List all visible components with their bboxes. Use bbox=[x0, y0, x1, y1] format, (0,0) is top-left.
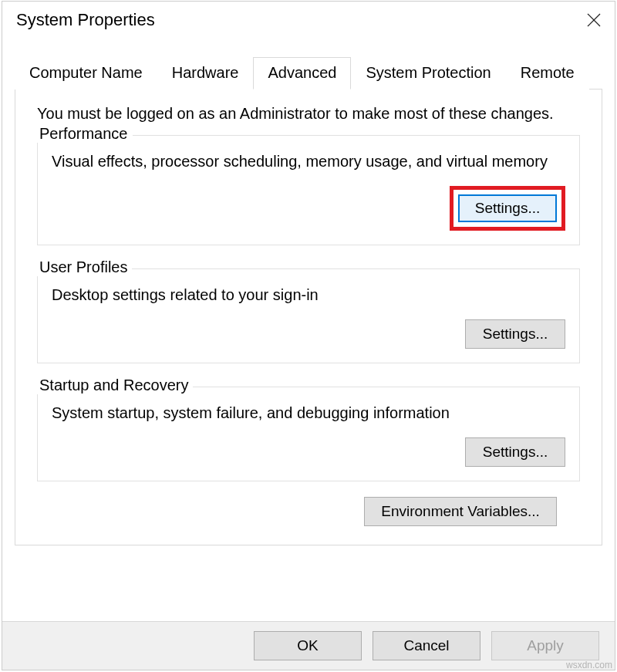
advanced-tab-content: You must be logged on as an Administrato… bbox=[15, 89, 602, 545]
tab-advanced[interactable]: Advanced bbox=[253, 57, 351, 89]
performance-settings-button[interactable]: Settings... bbox=[458, 194, 557, 222]
system-properties-window: System Properties Computer Name Hardware… bbox=[2, 1, 615, 670]
tab-system-protection[interactable]: System Protection bbox=[351, 57, 505, 89]
performance-group: Performance Visual effects, processor sc… bbox=[37, 135, 580, 245]
tab-container: Computer Name Hardware Advanced System P… bbox=[2, 39, 615, 545]
tab-strip: Computer Name Hardware Advanced System P… bbox=[15, 57, 602, 89]
startup-recovery-desc: System startup, system failure, and debu… bbox=[52, 403, 565, 424]
dialog-footer: OK Cancel Apply bbox=[2, 621, 615, 670]
titlebar: System Properties bbox=[2, 2, 615, 39]
tab-hardware[interactable]: Hardware bbox=[157, 57, 254, 89]
tab-remote[interactable]: Remote bbox=[506, 57, 589, 89]
user-profiles-desc: Desktop settings related to your sign-in bbox=[52, 285, 565, 306]
window-title: System Properties bbox=[16, 10, 155, 30]
cancel-button[interactable]: Cancel bbox=[373, 631, 480, 660]
apply-button: Apply bbox=[491, 631, 599, 660]
startup-recovery-settings-button[interactable]: Settings... bbox=[465, 437, 565, 467]
environment-variables-button[interactable]: Environment Variables... bbox=[364, 497, 557, 526]
user-profiles-settings-button[interactable]: Settings... bbox=[465, 319, 565, 349]
watermark: wsxdn.com bbox=[566, 660, 612, 670]
close-icon[interactable] bbox=[584, 10, 604, 30]
user-profiles-group: User Profiles Desktop settings related t… bbox=[37, 268, 580, 363]
tab-computer-name[interactable]: Computer Name bbox=[15, 57, 157, 89]
ok-button[interactable]: OK bbox=[254, 631, 362, 660]
startup-recovery-group: Startup and Recovery System startup, sys… bbox=[37, 387, 580, 481]
user-profiles-legend: User Profiles bbox=[35, 258, 132, 276]
admin-note: You must be logged on as an Administrato… bbox=[37, 105, 580, 123]
performance-desc: Visual effects, processor scheduling, me… bbox=[52, 151, 565, 172]
startup-recovery-legend: Startup and Recovery bbox=[35, 377, 193, 394]
highlight-annotation: Settings... bbox=[450, 186, 565, 231]
performance-legend: Performance bbox=[35, 125, 133, 143]
